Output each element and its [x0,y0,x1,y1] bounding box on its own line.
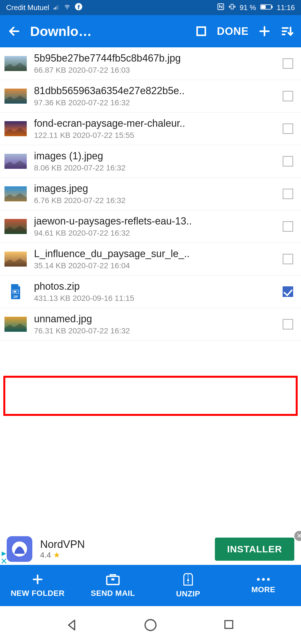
system-nav-bar [0,606,301,644]
file-info: jaewon-u-paysages-reflets-eau-13..94.61 … [34,215,275,238]
file-row[interactable]: images.jpeg6.76 KB 2020-07-22 16:32 [0,178,301,210]
send-mail-label: SEND MAIL [91,589,135,598]
svg-rect-10 [261,5,266,9]
file-list: 5b95be27be7744fb5c8b467b.jpg66.87 KB 202… [0,47,301,341]
ad-text[interactable]: NordVPN 4.4★ [40,538,85,560]
file-row[interactable]: images (1).jpeg8.06 KB 2020-07-22 16:32 [0,145,301,178]
ad-close-icon[interactable]: ✕ [294,531,301,541]
image-thumbnail [4,186,27,201]
file-info: images (1).jpeg8.06 KB 2020-07-22 16:32 [34,150,275,172]
vibrate-icon [229,3,236,13]
file-info: unnamed.jpg76.31 KB 2020-07-22 16:32 [34,313,275,335]
svg-rect-1 [55,7,56,9]
back-icon[interactable] [8,25,21,38]
send-mail-button[interactable]: SEND MAIL [75,565,151,606]
file-checkbox[interactable] [283,156,293,167]
file-checkbox[interactable] [283,123,293,134]
file-name: fond-ecran-paysage-mer-chaleur.. [34,118,275,129]
file-name: images.jpeg [34,183,275,194]
file-row[interactable]: unnamed.jpg76.31 KB 2020-07-22 16:32 [0,308,301,341]
file-checkbox[interactable] [283,319,293,330]
image-thumbnail [4,317,27,332]
svg-point-4 [67,9,67,9]
file-name: photos.zip [34,280,275,292]
svg-rect-33 [225,621,233,628]
wifi-icon [63,3,71,12]
file-row[interactable]: fond-ecran-paysage-mer-chaleur..122.11 K… [0,113,301,145]
file-info: L_influence_du_paysage_sur_le_..35.14 KB… [34,248,275,270]
file-row[interactable]: 81dbb565963a6354e27e822b5e..97.36 KB 202… [0,80,301,113]
nfc-icon [217,3,225,13]
svg-point-32 [145,620,156,631]
file-meta: 97.36 KB 2020-07-22 16:32 [34,98,275,107]
svg-rect-27 [111,578,115,580]
more-label: MORE [251,585,275,594]
image-thumbnail [4,252,27,267]
star-icon: ★ [53,550,60,560]
more-button[interactable]: MORE [226,565,301,606]
file-row[interactable]: ZIPphotos.zip431.13 KB 2020-09-16 11:15 [0,275,301,308]
nav-recent-icon[interactable] [222,618,237,632]
select-all-icon[interactable] [195,25,207,37]
file-checkbox[interactable] [283,58,293,69]
file-checkbox[interactable] [283,286,293,297]
svg-rect-2 [56,6,57,9]
svg-rect-0 [54,8,54,9]
adchoices-icon[interactable] [1,550,7,564]
image-thumbnail [4,89,27,104]
unzip-button[interactable]: UNZIP [151,565,226,606]
clock-label: 11:16 [277,3,295,12]
svg-point-31 [267,578,270,581]
annotation-selected-row [3,376,298,416]
svg-point-29 [257,578,260,581]
ad-rating: 4.4 [40,551,51,560]
file-meta: 431.13 KB 2020-09-16 11:15 [34,294,275,303]
facebook-icon [75,3,82,12]
carrier-label: Credit Mutuel [6,3,49,12]
svg-point-28 [187,579,189,581]
file-name: 5b95be27be7744fb5c8b467b.jpg [34,52,275,64]
battery-icon [260,3,273,12]
file-name: L_influence_du_paysage_sur_le_.. [34,248,275,260]
ad-title: NordVPN [40,538,85,550]
unzip-label: UNZIP [176,589,200,598]
image-thumbnail [4,56,27,71]
new-folder-button[interactable]: NEW FOLDER [0,565,75,606]
ad-banner: NordVPN 4.4★ INSTALLER ✕ [0,533,301,565]
sort-icon[interactable] [280,25,293,38]
add-icon[interactable] [258,25,271,38]
zip-file-icon: ZIP [7,280,25,303]
new-folder-label: NEW FOLDER [11,589,64,598]
file-name: jaewon-u-paysages-reflets-eau-13.. [34,215,275,227]
file-row[interactable]: 5b95be27be7744fb5c8b467b.jpg66.87 KB 202… [0,47,301,80]
file-meta: 122.11 KB 2020-07-22 15:55 [34,131,275,140]
image-thumbnail [4,154,27,169]
file-checkbox[interactable] [283,91,293,101]
nav-back-icon[interactable] [64,618,79,632]
file-info: fond-ecran-paysage-mer-chaleur..122.11 K… [34,118,275,140]
file-meta: 35.14 KB 2020-07-22 16:04 [34,261,275,270]
file-checkbox[interactable] [283,221,293,232]
battery-percent: 91 % [240,3,256,12]
svg-rect-3 [57,5,58,9]
done-button[interactable]: DONE [217,25,249,37]
file-info: photos.zip431.13 KB 2020-09-16 11:15 [34,280,275,303]
file-name: unnamed.jpg [34,313,275,325]
file-info: images.jpeg6.76 KB 2020-07-22 16:32 [34,183,275,205]
file-meta: 76.31 KB 2020-07-22 16:32 [34,326,275,335]
file-meta: 94.61 KB 2020-07-22 16:32 [34,229,275,238]
file-info: 81dbb565963a6354e27e822b5e..97.36 KB 202… [34,85,275,107]
file-info: 5b95be27be7744fb5c8b467b.jpg66.87 KB 202… [34,52,275,75]
file-row[interactable]: jaewon-u-paysages-reflets-eau-13..94.61 … [0,210,301,243]
svg-rect-7 [231,4,233,9]
ad-install-button[interactable]: INSTALLER [215,538,294,561]
ad-app-icon[interactable] [7,536,32,562]
file-checkbox[interactable] [283,189,293,199]
svg-rect-9 [271,6,272,8]
nav-home-icon[interactable] [143,618,158,632]
file-meta: 66.87 KB 2020-07-22 16:03 [34,66,275,75]
file-row[interactable]: L_influence_du_paysage_sur_le_..35.14 KB… [0,243,301,275]
app-bar: Downlo… DONE [0,15,301,47]
file-checkbox[interactable] [283,254,293,264]
svg-point-30 [262,578,265,581]
